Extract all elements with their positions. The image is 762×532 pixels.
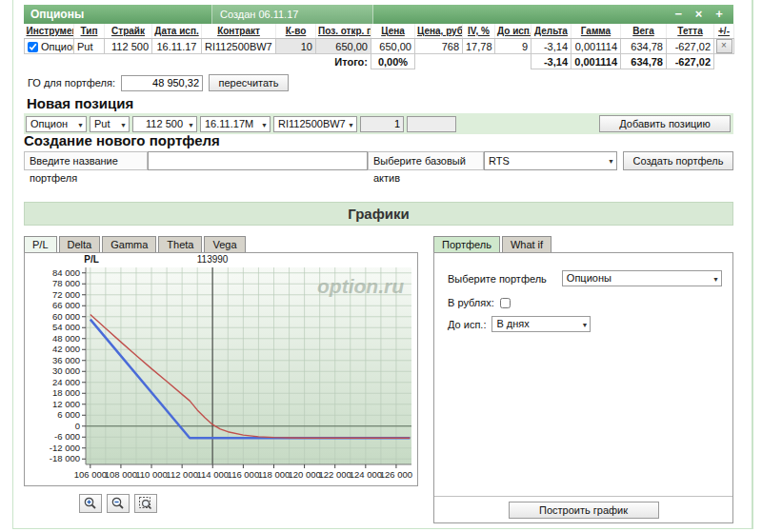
portfolio-select[interactable]: Опционы [562, 270, 722, 286]
svg-text:106 000: 106 000 [74, 469, 107, 480]
price-input[interactable] [407, 116, 456, 132]
tab-gamma[interactable]: Gamma [102, 236, 156, 252]
position-checkbox[interactable] [28, 42, 38, 52]
svg-text:P/L: P/L [84, 254, 99, 265]
tab-theta[interactable]: Theta [158, 236, 202, 252]
svg-text:72 000: 72 000 [52, 289, 80, 300]
col-price[interactable]: Цена [371, 24, 415, 39]
add-icon[interactable]: + [711, 5, 728, 23]
tab-portfolio[interactable]: Портфель [433, 236, 500, 252]
base-asset-label: Выберите базовый актив [368, 151, 484, 170]
zoom-out-icon[interactable] [107, 494, 130, 513]
col-gamma[interactable]: Гамма [572, 24, 621, 39]
col-price-rub[interactable]: Цена, руб. [415, 24, 463, 39]
svg-text:36 000: 36 000 [52, 355, 80, 365]
svg-text:124 000: 124 000 [350, 469, 382, 480]
price-rub-cell: 768 [415, 39, 463, 54]
col-theta[interactable]: Тетта [667, 24, 714, 39]
svg-text:-6 000: -6 000 [54, 431, 80, 442]
close-icon[interactable]: × [691, 5, 708, 23]
type-select[interactable]: Put [90, 116, 130, 132]
svg-text:113990: 113990 [197, 254, 229, 265]
rub-label: В рублях: [448, 297, 494, 308]
delete-cell: × [714, 39, 734, 54]
svg-text:110 000: 110 000 [135, 469, 168, 480]
page-border-left [12, 0, 13, 529]
portfolio-select-row: Выберите портфель Опционы [448, 270, 722, 286]
col-qty[interactable]: К-во [276, 24, 316, 39]
svg-text:-18 000: -18 000 [50, 453, 80, 463]
window-controls: − × + [670, 5, 728, 24]
tab-vega[interactable]: Vega [204, 236, 245, 252]
vega-cell: 634,78 [621, 39, 667, 54]
minimize-icon[interactable]: − [670, 5, 687, 23]
pos-open-cell: 650,00 [316, 39, 371, 54]
svg-text:60 000: 60 000 [52, 311, 80, 322]
go-value-input[interactable] [121, 75, 203, 91]
panel-footer: Построить график [434, 496, 732, 522]
delta-cell: -3,14 [531, 39, 572, 54]
col-strike[interactable]: Страйк [105, 24, 152, 39]
days-select[interactable]: В днях [491, 316, 591, 332]
new-portfolio-title: Создание нового портфеля [24, 132, 220, 148]
page-border-right [752, 0, 753, 529]
svg-text:126 000: 126 000 [380, 469, 412, 480]
col-days[interactable]: До исп. [495, 24, 531, 39]
positions-table: Инструмент Тип Страйк Дата исп. Контракт… [24, 24, 734, 69]
expiration-select[interactable]: 16.11.17M [200, 116, 271, 132]
base-asset-select[interactable]: RTS [484, 151, 617, 170]
chart-tabs: P/L Delta Gamma Theta Vega [24, 236, 420, 252]
svg-text:42 000: 42 000 [52, 344, 80, 354]
window-titlebar: Опционы Создан 06.11.17 − × + [24, 5, 733, 24]
svg-text:24 000: 24 000 [52, 377, 80, 387]
svg-text:114 000: 114 000 [196, 469, 229, 480]
svg-text:54 000: 54 000 [52, 322, 80, 332]
col-delta[interactable]: Дельта [531, 24, 572, 39]
col-contract[interactable]: Контракт [202, 24, 276, 39]
totals-price-pct: 0,00% [371, 54, 415, 69]
strike-select[interactable]: 112 500 [132, 116, 197, 132]
contract-select[interactable]: RI112500BW7 [273, 116, 357, 132]
chart-panel: P/L Delta Gamma Theta Vega option.ru84 0… [24, 236, 420, 513]
rub-checkbox[interactable] [500, 298, 511, 308]
col-type[interactable]: Тип [74, 24, 105, 39]
theta-cell: -627,02 [667, 39, 714, 54]
build-chart-button[interactable]: Построить график [509, 502, 659, 519]
tab-whatif[interactable]: What if [502, 236, 551, 252]
col-vega[interactable]: Вега [621, 24, 667, 39]
portfolio-panel-body: Выберите портфель Опционы В рублях: До и… [433, 252, 733, 523]
days-row: До исп.: В днях [448, 316, 591, 332]
qty-input[interactable] [360, 116, 404, 132]
recalc-button[interactable]: пересчитать [209, 74, 289, 91]
new-position-title: Новая позиция [24, 93, 733, 113]
tab-delta[interactable]: Delta [59, 236, 101, 252]
strike-cell: 112 500 [105, 39, 152, 54]
col-expdate[interactable]: Дата исп. [152, 24, 202, 39]
portfolio-name-input[interactable] [148, 151, 368, 170]
svg-text:122 000: 122 000 [319, 469, 351, 480]
totals-delta: -3,14 [531, 54, 572, 69]
created-date: Создан 06.11.17 [211, 5, 373, 24]
delete-position-icon[interactable]: × [716, 39, 732, 53]
svg-text:120 000: 120 000 [288, 469, 320, 480]
col-iv[interactable]: IV, % [463, 24, 495, 39]
expdate-cell: 16.11.17 [152, 39, 202, 54]
create-portfolio-button[interactable]: Создать портфель [623, 151, 733, 170]
pl-chart: option.ru84 00078 00072 00066 00060 0005… [24, 252, 418, 486]
col-plusminus: +/- [714, 24, 734, 39]
portfolio-panel: Портфель What if Выберите портфель Опцио… [433, 236, 734, 523]
instrument-select[interactable]: Опцион [26, 116, 87, 132]
rub-row: В рублях: [448, 297, 513, 308]
col-instrument[interactable]: Инструмент [25, 24, 74, 39]
svg-text:12 000: 12 000 [52, 399, 80, 409]
iv-cell: 17,78 [463, 39, 495, 54]
zoom-in-icon[interactable] [79, 494, 102, 513]
tab-pl[interactable]: P/L [24, 236, 57, 252]
svg-text:48 000: 48 000 [52, 333, 80, 344]
col-pos-open[interactable]: Поз. откр. по [316, 24, 371, 39]
zoom-selection-icon[interactable] [134, 494, 157, 513]
svg-text:78 000: 78 000 [52, 278, 80, 288]
add-position-button[interactable]: Добавить позицию [599, 115, 731, 132]
svg-text:66 000: 66 000 [52, 300, 80, 310]
pl-chart-svg: option.ru84 00078 00072 00066 00060 0005… [25, 253, 417, 485]
